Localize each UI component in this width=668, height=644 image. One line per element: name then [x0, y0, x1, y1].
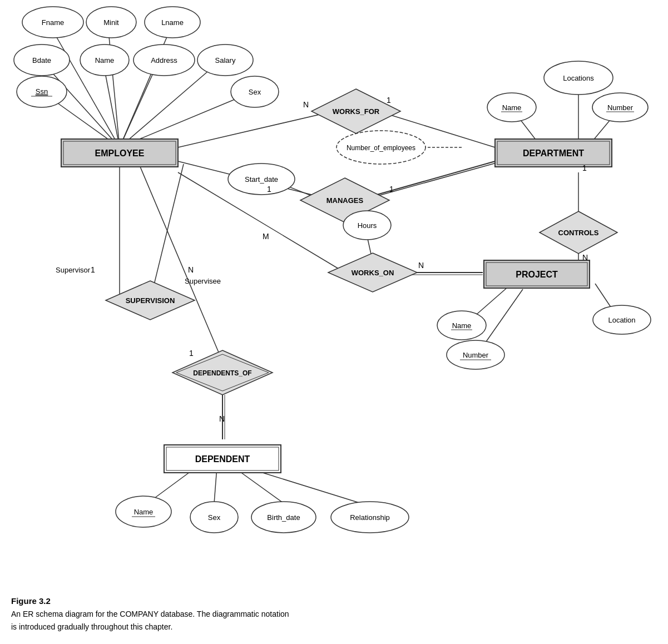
supervision-label: SUPERVISION — [126, 296, 175, 305]
lname-attr: Lname — [161, 18, 184, 27]
controls-n: N — [582, 253, 588, 262]
bdate-attr: Bdate — [32, 56, 51, 65]
figure-title: Figure 3.2 — [11, 596, 51, 606]
works-on-n: N — [418, 261, 424, 270]
department-label: DEPARTMENT — [523, 148, 584, 158]
dep-name-attr: Name — [134, 508, 154, 516]
dep-of-1: 1 — [189, 349, 194, 358]
dep-sex-attr: Sex — [208, 513, 221, 522]
supervision-n: N — [188, 265, 194, 274]
location-attr: Location — [608, 316, 635, 324]
caption-line1: An ER schema diagram for the COMPANY dat… — [11, 610, 289, 618]
birth-date-attr: Birth_date — [267, 513, 300, 522]
dependent-label: DEPENDENT — [195, 454, 250, 464]
dept-number-attr: Number — [607, 103, 634, 112]
relationship-attr: Relationship — [350, 513, 390, 522]
svg-line-9 — [178, 111, 334, 147]
works-on-label: WORKS_ON — [352, 269, 394, 277]
ssn-attr: Ssn — [36, 87, 48, 96]
project-label: PROJECT — [516, 270, 558, 279]
fname-attr: Fname — [42, 18, 64, 27]
supervision-1: 1 — [91, 265, 95, 274]
dept-name-attr: Name — [502, 103, 522, 112]
works-for-1: 1 — [387, 96, 391, 105]
proj-name-attr: Name — [452, 321, 472, 330]
dep-of-n: N — [219, 414, 225, 423]
manages-dept-1: 1 — [389, 185, 394, 194]
manages-emp-1: 1 — [267, 185, 271, 194]
er-diagram-container: EMPLOYEE DEPARTMENT PROJECT DEPENDENT WO… — [0, 0, 668, 606]
hours-attr: Hours — [358, 221, 377, 230]
locations-attr: Locations — [563, 74, 594, 82]
figure-caption: Figure 3.2 An ER schema diagram for the … — [11, 595, 289, 633]
minit-attr: Minit — [103, 18, 119, 27]
works-for-label: WORKS_FOR — [333, 107, 380, 116]
works-on-m: M — [263, 232, 269, 241]
supervisor-role: Supervisor — [56, 266, 91, 274]
address-attr: Address — [151, 56, 177, 65]
works-for-n: N — [303, 100, 309, 109]
proj-number-attr: Number — [463, 351, 489, 359]
er-diagram-svg: EMPLOYEE DEPARTMENT PROJECT DEPENDENT WO… — [0, 0, 668, 606]
start-date-attr: Start_date — [245, 175, 278, 184]
svg-line-22 — [139, 164, 222, 361]
sex-attr: Sex — [249, 88, 261, 96]
controls-1: 1 — [582, 164, 587, 172]
svg-line-13 — [366, 163, 496, 199]
employee-label: EMPLOYEE — [95, 148, 145, 158]
svg-line-12 — [367, 161, 495, 197]
emp-name-attr: Name — [95, 56, 115, 65]
num-employees-attr: Number_of_employees — [347, 144, 415, 152]
salary-attr: Salary — [215, 56, 236, 65]
controls-label: CONTROLS — [558, 229, 599, 237]
supervisee-role: Supervisee — [185, 277, 221, 285]
manages-label: MANAGES — [326, 196, 364, 205]
caption-line2: is introduced gradually throughout this … — [11, 622, 172, 631]
svg-line-21 — [150, 164, 184, 300]
dependents-of-label: DEPENDENTS_OF — [193, 369, 251, 377]
svg-line-32 — [484, 289, 523, 345]
